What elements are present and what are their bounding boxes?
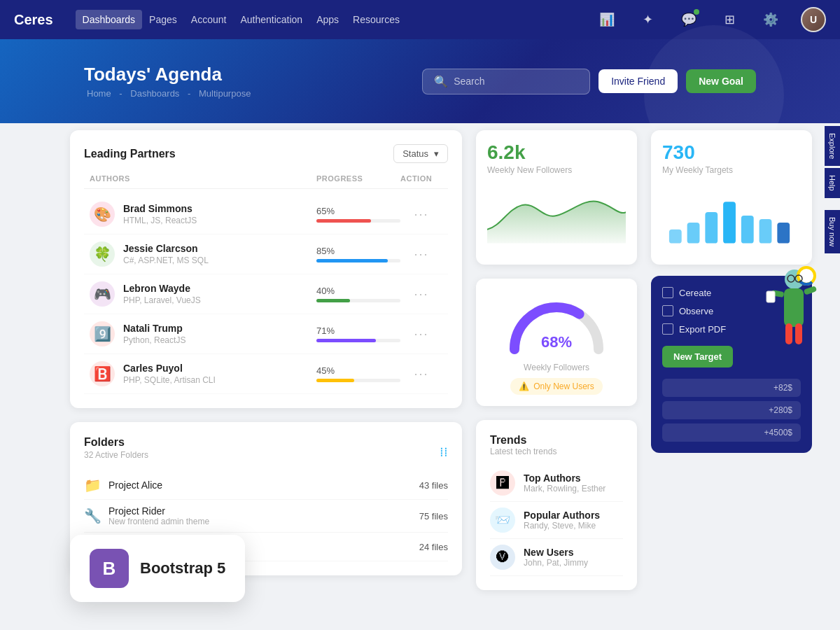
dots-icon-2: ··· xyxy=(414,287,428,302)
new-users-badge: ⚠️ Only New Users xyxy=(510,378,603,395)
progress-pct-0: 65% xyxy=(316,206,400,216)
action-dots-3[interactable]: ··· xyxy=(400,327,442,342)
author-skills-4: PHP, SQLite, Artisan CLI xyxy=(123,375,216,385)
explore-label[interactable]: Explore xyxy=(825,126,840,166)
progress-bar-fill-4 xyxy=(316,379,354,382)
status-dropdown[interactable]: Status ▾ xyxy=(393,144,448,163)
promo-figure xyxy=(756,262,819,360)
nav-item-authentication[interactable]: Authentication xyxy=(233,10,309,29)
breadcrumb-dashboards[interactable]: Dashboards xyxy=(130,88,179,99)
metric-3: +4500$ xyxy=(662,424,801,442)
trends-subtitle: Latest tech trends xyxy=(490,447,623,456)
svg-text:68%: 68% xyxy=(541,333,572,351)
new-goal-button[interactable]: New Goal xyxy=(686,69,756,93)
trends-card: Trends Latest tech trends 🅿 Top Authors … xyxy=(476,420,637,590)
author-details-4: Carles Puyol PHP, SQLite, Artisan CLI xyxy=(123,363,216,385)
promo-item-icon-2 xyxy=(662,323,673,335)
buy-now-label[interactable]: Buy now xyxy=(825,210,840,253)
folder-row-0: 📁 Project Alice 43 files xyxy=(84,471,448,500)
author-skills-2: PHP, Laravel, VueJS xyxy=(123,295,201,305)
progress-pct-4: 45% xyxy=(316,365,400,376)
bootstrap-badge: B xyxy=(90,549,129,588)
trend-name-1: Popular Authors xyxy=(524,510,600,521)
breadcrumb-sep2: - xyxy=(188,88,193,99)
user-avatar[interactable]: U xyxy=(801,7,826,32)
search-input[interactable] xyxy=(454,76,578,87)
followers-card: 6.2k Weekly New Followers xyxy=(476,130,637,265)
progress-bar-bg-4 xyxy=(316,379,400,382)
promo-item-label-2: Export PDF xyxy=(679,324,726,335)
metric-2: +280$ xyxy=(662,401,801,419)
gauge-chart: 68% xyxy=(500,290,612,360)
action-dots-4[interactable]: ··· xyxy=(400,367,442,382)
author-row-3: 9️⃣ Natali Trump Python, ReactJS 71% ··· xyxy=(84,314,448,354)
author-avatar-3: 9️⃣ xyxy=(90,321,115,346)
dots-icon-1: ··· xyxy=(414,247,428,262)
leading-partners-card: Leading Partners Status ▾ AUTHORS PROGRE… xyxy=(70,130,462,408)
author-avatar-1: 🍀 xyxy=(90,241,115,267)
action-dots-1[interactable]: ··· xyxy=(400,247,442,262)
folder-name-0: Project Alice xyxy=(108,479,162,491)
chevron-down-icon: ▾ xyxy=(434,148,439,159)
author-avatar-2: 🎮 xyxy=(90,281,115,307)
table-header: AUTHORS PROGRESS ACTION xyxy=(84,174,448,189)
folder-row-1: 🔧 Project Rider New frontend admin theme… xyxy=(84,500,448,533)
author-row-0: 🎨 Brad Simmons HTML, JS, ReactJS 65% ··· xyxy=(84,195,448,234)
author-avatar-0: 🎨 xyxy=(90,202,115,227)
svg-rect-5 xyxy=(741,216,754,244)
analytics-icon[interactable]: 📊 xyxy=(594,9,620,30)
action-dots-2[interactable]: ··· xyxy=(400,287,442,302)
nav-item-resources[interactable]: Resources xyxy=(346,10,407,29)
progress-bar-bg-2 xyxy=(316,299,400,302)
nav-item-pages[interactable]: Pages xyxy=(142,10,184,29)
search-box[interactable]: 🔍 xyxy=(422,69,590,94)
breadcrumb: Home - Dashboards - Multipurpose xyxy=(84,88,422,99)
progress-col-4: 45% xyxy=(316,365,400,382)
folders-count: 32 Active Folders xyxy=(84,450,148,460)
folder-name-1: Project Rider xyxy=(108,505,209,517)
nav-item-dashboards[interactable]: Dashboards xyxy=(76,10,143,29)
promo-item-label-0: Cereate xyxy=(679,288,711,298)
action-dots-0[interactable]: ··· xyxy=(400,207,442,222)
targets-value: 730 xyxy=(662,141,801,164)
promo-item-icon-1 xyxy=(662,305,673,316)
nav-item-account[interactable]: Account xyxy=(184,10,234,29)
progress-pct-2: 40% xyxy=(316,286,400,296)
breadcrumb-multipurpose[interactable]: Multipurpose xyxy=(199,88,251,99)
author-details-3: Natali Trump Python, ReactJS xyxy=(123,323,186,345)
folder-info-1: 🔧 Project Rider New frontend admin theme xyxy=(84,505,209,526)
sparkle-icon[interactable]: ✦ xyxy=(637,9,659,30)
help-label[interactable]: Help xyxy=(825,168,840,198)
folder-info-0: 📁 Project Alice xyxy=(84,477,162,493)
followers-value: 6.2k xyxy=(487,141,626,164)
svg-rect-13 xyxy=(804,286,818,295)
promo-item-icon-0 xyxy=(662,287,673,298)
breadcrumb-home[interactable]: Home xyxy=(87,88,111,99)
author-name-4: Carles Puyol xyxy=(123,363,216,374)
brand: Ceres xyxy=(14,12,53,28)
nav-item-apps[interactable]: Apps xyxy=(309,10,346,29)
progress-bar-fill-0 xyxy=(316,219,371,223)
svg-rect-7 xyxy=(777,223,790,244)
trend-name-2: New Users xyxy=(524,547,588,558)
svg-rect-2 xyxy=(687,223,700,244)
col-action: ACTION xyxy=(400,174,442,183)
progress-col-0: 65% xyxy=(316,206,400,223)
trend-details-1: Popular Authors Randy, Steve, Mike xyxy=(524,510,600,531)
settings-icon[interactable]: ⚙️ xyxy=(757,9,784,30)
trend-sub-2: John, Pat, Jimmy xyxy=(524,558,588,568)
author-info-4: 🅱️ Carles Puyol PHP, SQLite, Artisan CLI xyxy=(90,361,316,386)
search-icon: 🔍 xyxy=(434,75,448,88)
new-target-button[interactable]: New Target xyxy=(662,346,733,368)
invite-friend-button[interactable]: Invite Friend xyxy=(598,69,678,93)
folders-dots-icon[interactable]: ⁞⁞ xyxy=(440,444,448,460)
trend-icon-symbol-2: 🅥 xyxy=(496,550,509,565)
svg-rect-10 xyxy=(785,323,792,344)
author-info-0: 🎨 Brad Simmons HTML, JS, ReactJS xyxy=(90,202,316,227)
trend-item-1: 📨 Popular Authors Randy, Steve, Mike xyxy=(490,502,623,539)
author-avatar-4: 🅱️ xyxy=(90,361,115,386)
col-progress: PROGRESS xyxy=(316,174,400,183)
bootstrap-overlay: B Bootstrap 5 xyxy=(70,535,245,602)
author-info-2: 🎮 Lebron Wayde PHP, Laravel, VueJS xyxy=(90,281,316,307)
folder-files-2: 24 files xyxy=(419,542,448,552)
